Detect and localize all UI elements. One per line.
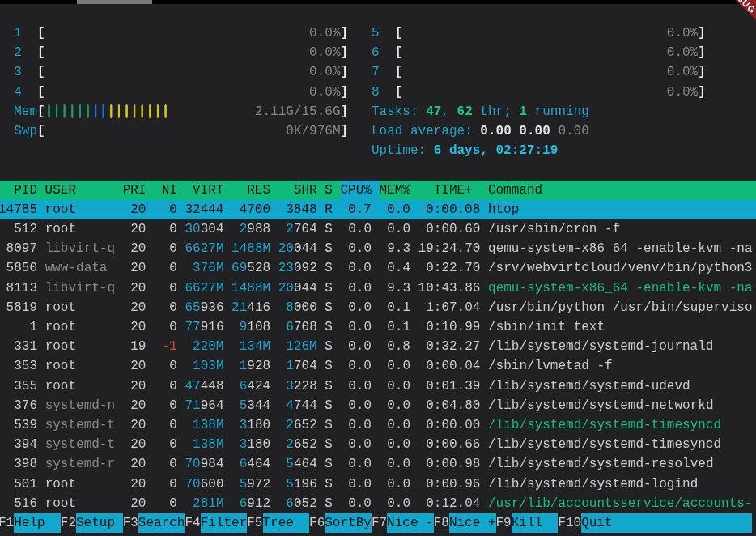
svg-text:DEBUG: DEBUG	[725, 0, 756, 15]
